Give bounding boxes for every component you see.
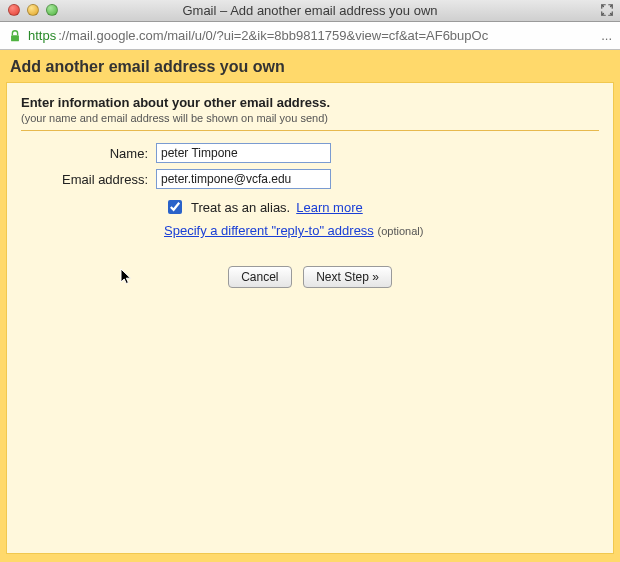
url-truncation-ellipsis: ...: [601, 28, 612, 43]
name-row: Name:: [21, 143, 599, 163]
email-label: Email address:: [21, 172, 156, 187]
replyto-link[interactable]: Specify a different "reply-to" address: [164, 223, 374, 238]
window-controls: [8, 4, 58, 16]
optional-label: (optional): [378, 225, 424, 237]
page-header: Add another email address you own: [0, 50, 620, 82]
address-bar[interactable]: https ://mail.google.com/mail/u/0/?ui=2&…: [0, 22, 620, 50]
expand-icon[interactable]: [600, 3, 614, 17]
page-title: Add another email address you own: [10, 58, 610, 76]
section-title: Enter information about your other email…: [21, 95, 599, 110]
window-close-button[interactable]: [8, 4, 20, 16]
name-input[interactable]: [156, 143, 331, 163]
alias-checkbox[interactable]: [168, 200, 182, 214]
learn-more-link[interactable]: Learn more: [296, 200, 362, 215]
svg-rect-0: [11, 35, 19, 41]
next-step-button[interactable]: Next Step »: [303, 266, 392, 288]
window-titlebar: Gmail – Add another email address you ow…: [0, 0, 620, 22]
content-panel: Enter information about your other email…: [6, 82, 614, 554]
section-subtitle: (your name and email address will be sho…: [21, 112, 599, 124]
alias-row: Treat as an alias. Learn more: [164, 197, 599, 217]
divider: [21, 130, 599, 131]
cancel-button[interactable]: Cancel: [228, 266, 291, 288]
window-zoom-button[interactable]: [46, 4, 58, 16]
alias-label: Treat as an alias.: [191, 200, 290, 215]
name-label: Name:: [21, 146, 156, 161]
email-input[interactable]: [156, 169, 331, 189]
replyto-row: Specify a different "reply-to" address (…: [164, 223, 599, 238]
email-row: Email address:: [21, 169, 599, 189]
url-path: ://mail.google.com/mail/u/0/?ui=2&ik=8bb…: [58, 28, 595, 43]
url-scheme: https: [28, 28, 56, 43]
window-title: Gmail – Add another email address you ow…: [0, 3, 620, 18]
window-minimize-button[interactable]: [27, 4, 39, 16]
lock-icon: [8, 29, 22, 43]
page-body: Add another email address you own Enter …: [0, 50, 620, 562]
button-row: Cancel Next Step »: [21, 266, 599, 288]
